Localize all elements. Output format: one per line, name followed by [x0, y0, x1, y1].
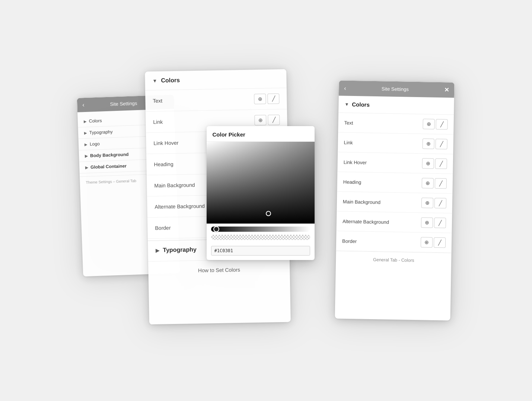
front-main-bg-label: Main Background: [343, 199, 380, 205]
hue-slider[interactable]: [211, 227, 310, 232]
globe-icon-2: ⊕: [258, 117, 262, 123]
front-heading-controls: ⊕ ╱: [421, 178, 446, 189]
alpha-slider[interactable]: [211, 235, 310, 240]
front-link-globe-btn[interactable]: ⊕: [422, 138, 434, 149]
front-alt-bg-pen-btn[interactable]: ╱: [434, 218, 446, 228]
front-panel-footer: General Tab - Colors: [335, 251, 451, 269]
front-globe-icon-7: ⊕: [424, 239, 429, 245]
front-globe-icon-5: ⊕: [425, 200, 429, 206]
front-globe-icon-2: ⊕: [426, 141, 430, 147]
front-link-hover-pen-btn[interactable]: ╱: [435, 158, 447, 169]
front-link-hover-globe-btn[interactable]: ⊕: [422, 158, 434, 169]
front-row-link-hover: Link Hover ⊕ ╱: [337, 152, 453, 174]
pen-icon: ╱: [272, 96, 275, 102]
front-border-globe-btn[interactable]: ⊕: [420, 237, 432, 248]
hue-slider-wrap: [207, 224, 315, 233]
mid-heading-label: Heading: [154, 161, 173, 167]
front-pen-icon-2: ╱: [440, 141, 443, 147]
mid-link-hover-label: Link Hover: [153, 140, 178, 146]
front-link-hover-controls: ⊕ ╱: [422, 158, 447, 169]
back-nav-global-arrow: ▶: [85, 165, 88, 169]
mid-border-label: Border: [155, 225, 171, 231]
alpha-slider-wrap: [207, 233, 315, 243]
front-heading-label: Heading: [343, 179, 361, 185]
mid-text-label: Text: [153, 98, 162, 104]
color-picker-panel: Color Picker: [207, 126, 315, 260]
front-alt-bg-globe-btn[interactable]: ⊕: [421, 217, 433, 228]
front-alt-bg-label: Alternate Background: [342, 218, 389, 225]
hex-input-wrap: [207, 243, 315, 260]
color-picker-title: Color Picker: [207, 126, 315, 142]
front-heading-pen-btn[interactable]: ╱: [434, 178, 446, 189]
front-main-bg-pen-btn[interactable]: ╱: [434, 198, 446, 209]
hex-input[interactable]: [211, 246, 310, 256]
front-row-link: Link ⊕ ╱: [338, 132, 453, 154]
front-row-heading: Heading ⊕ ╱: [337, 172, 453, 193]
front-link-label: Link: [344, 139, 353, 145]
mid-typography-arrow: ▶: [155, 247, 159, 253]
color-gradient-canvas[interactable]: [207, 142, 315, 224]
front-pen-icon-5: ╱: [439, 200, 442, 206]
mid-row-text: Text ⊕ ╱: [145, 88, 287, 112]
front-globe-icon-6: ⊕: [424, 219, 429, 225]
front-row-border: Border ⊕ ╱: [336, 231, 452, 253]
pen-icon-2: ╱: [272, 117, 275, 123]
mid-typography-label: Typography: [163, 246, 197, 254]
front-site-settings-panel: ‹ Site Settings ✕ ▼ Colors Text ⊕ ╱: [335, 80, 454, 320]
front-panel-close-btn[interactable]: ✕: [444, 86, 449, 93]
front-main-bg-globe-btn[interactable]: ⊕: [421, 198, 433, 208]
front-link-controls: ⊕ ╱: [422, 138, 447, 149]
front-border-controls: ⊕ ╱: [420, 237, 445, 248]
front-globe-icon-4: ⊕: [425, 180, 430, 186]
front-pen-icon-4: ╱: [439, 180, 442, 186]
back-nav-logo-label: Logo: [89, 141, 99, 147]
back-nav-logo-arrow: ▶: [84, 142, 87, 146]
back-nav-body-bg-label: Body Background: [90, 152, 128, 158]
front-heading-globe-btn[interactable]: ⊕: [421, 178, 433, 189]
mid-colors-header: ▼ Colors: [145, 69, 287, 91]
front-pen-icon-7: ╱: [438, 240, 441, 246]
back-nav-typography-arrow: ▶: [84, 131, 87, 135]
front-row-text: Text ⊕ ╱: [338, 113, 454, 134]
front-row-main-bg: Main Background ⊕ ╱: [337, 192, 452, 213]
mid-text-pen-btn[interactable]: ╱: [267, 93, 279, 104]
front-panel-header: ‹ Site Settings ✕: [338, 80, 454, 97]
front-colors-header: ▼ Colors: [338, 96, 454, 115]
back-panel-back-btn[interactable]: ‹: [82, 102, 85, 108]
front-pen-icon-6: ╱: [438, 220, 441, 226]
mid-text-globe-btn[interactable]: ⊕: [254, 94, 266, 105]
back-nav-typography-label: Typography: [89, 129, 112, 135]
mid-colors-title: Colors: [161, 77, 180, 84]
mid-text-controls: ⊕ ╱: [254, 93, 279, 104]
back-panel-title: Site Settings: [110, 100, 137, 107]
front-panel-title: Site Settings: [381, 86, 408, 92]
front-panel-back-btn[interactable]: ‹: [344, 85, 346, 92]
front-text-controls: ⊕ ╱: [423, 119, 447, 129]
back-nav-global-label: Global Container: [90, 163, 126, 170]
back-nav-colors-label: Colors: [89, 118, 102, 123]
front-text-globe-btn[interactable]: ⊕: [423, 119, 434, 129]
mid-alt-bg-label: Alternate Background: [154, 203, 205, 210]
mid-link-controls: ⊕ ╱: [254, 115, 280, 125]
mid-link-globe-btn[interactable]: ⊕: [254, 115, 266, 126]
back-nav-body-bg-arrow: ▶: [85, 154, 87, 158]
front-colors-arrow: ▼: [344, 102, 349, 107]
front-text-pen-btn[interactable]: ╱: [436, 119, 447, 130]
globe-icon: ⊕: [258, 96, 262, 102]
front-pen-icon-3: ╱: [439, 161, 442, 167]
back-nav-colors-arrow: ▶: [83, 119, 86, 123]
mid-link-label: Link: [153, 119, 163, 125]
front-alt-bg-controls: ⊕ ╱: [421, 217, 446, 228]
mid-main-bg-label: Main Background: [154, 182, 195, 189]
mid-colors-arrow: ▼: [152, 78, 157, 83]
front-link-pen-btn[interactable]: ╱: [435, 139, 447, 150]
front-border-pen-btn[interactable]: ╱: [433, 237, 445, 248]
front-globe-icon-1: ⊕: [426, 121, 431, 127]
mid-link-pen-btn[interactable]: ╱: [268, 115, 280, 125]
gradient-handle[interactable]: [266, 211, 271, 216]
front-globe-icon-3: ⊕: [426, 160, 430, 166]
mid-footer-link[interactable]: How to Set Colors: [148, 259, 290, 281]
front-pen-icon-1: ╱: [440, 121, 443, 127]
hue-handle[interactable]: [213, 226, 219, 232]
front-row-alt-bg: Alternate Background ⊕ ╱: [336, 211, 452, 233]
